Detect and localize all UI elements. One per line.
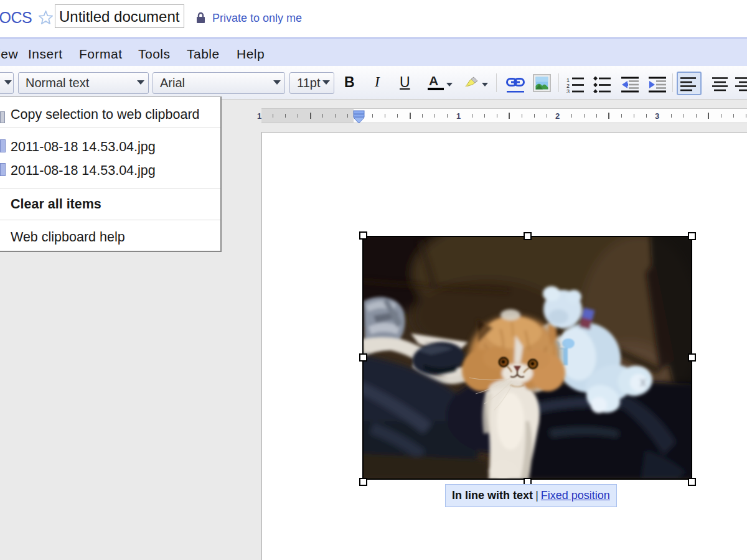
svg-text:1: 1 xyxy=(566,77,570,83)
svg-text:3: 3 xyxy=(566,88,570,93)
